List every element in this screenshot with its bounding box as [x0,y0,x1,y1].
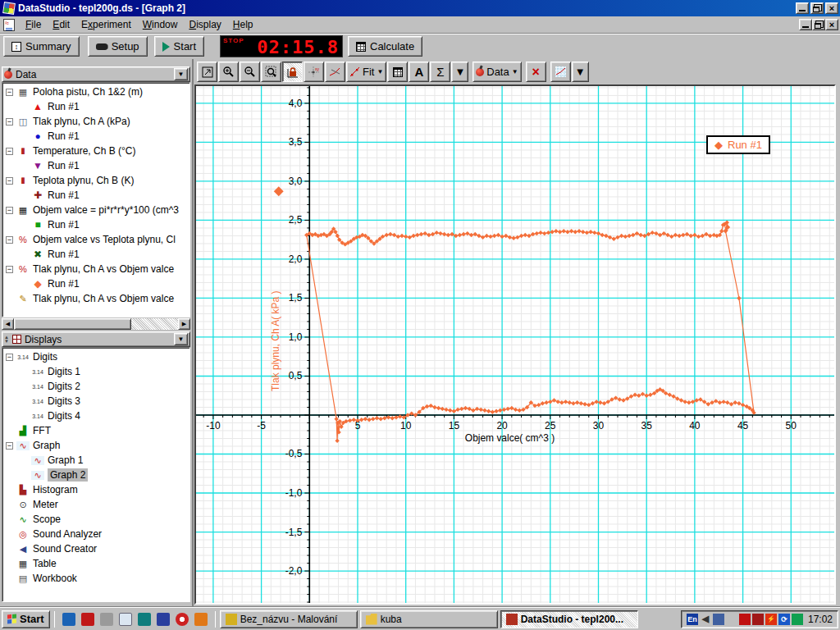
mdi-minimize-button[interactable] [799,19,812,30]
expand-box-icon[interactable]: − [6,236,13,244]
volume-tray-icon[interactable]: ◀ [700,614,711,625]
task-button[interactable]: kuba [360,610,498,628]
delete-icon[interactable]: × [526,62,546,82]
fit-menu-button[interactable]: Fit▼ [346,62,386,82]
summary-button[interactable]: ↕ Summary [3,36,80,57]
zoom-out-icon[interactable] [240,62,260,82]
sync-arrows-tray-icon[interactable]: ⟳ [778,614,790,625]
zoom-in-icon[interactable] [218,62,239,82]
display-item[interactable]: ▤Workbook [4,571,189,586]
messenger-tray-icon[interactable] [752,614,764,625]
statistics-sigma-icon[interactable]: Σ [430,62,450,82]
document-icon[interactable] [3,19,15,31]
display-item[interactable]: ▟FFT [4,423,189,438]
menu-file[interactable]: File [20,17,47,32]
graph-settings-dropdown-arrow[interactable]: ▼ [572,62,589,82]
plot-area[interactable]: -10-55101520253035404550-2,0-1,5-1,0-0,5… [194,84,836,605]
language-indicator[interactable]: En [687,614,698,625]
display-item[interactable]: −∿Graph [4,438,189,453]
display-item[interactable]: −3.14Digits [4,349,189,364]
data-item[interactable]: ✎Tlak plynu, Ch A vs Objem valce [4,291,189,306]
menu-edit[interactable]: Edit [47,17,75,32]
show-desktop-icon[interactable] [62,613,75,626]
scale-to-fit-icon[interactable] [197,62,217,82]
power-tray-icon[interactable]: ⚡ [765,614,777,625]
scroll-left-icon[interactable]: ◀ [2,318,14,330]
scheduler-tray-icon[interactable] [726,614,737,625]
mdi-restore-button[interactable] [812,19,825,30]
scrollbar-thumb[interactable] [14,318,131,330]
menu-help[interactable]: Help [227,17,259,32]
display-subitem[interactable]: 3.14Digits 1 [4,364,189,379]
expand-box-icon[interactable]: − [6,266,13,273]
text-annotation-icon[interactable]: A [409,62,429,82]
display-item[interactable]: ⊙Meter [4,497,189,512]
display-item[interactable]: ▙Histogram [4,482,189,497]
display-item[interactable]: ◎Sound Analyzer [4,527,189,541]
dragon-app-icon[interactable] [157,613,170,626]
paint-tool-icon[interactable] [119,613,132,626]
display-item[interactable]: ∿Scope [4,512,189,527]
task-button[interactable]: DataStudio - tepl200... [500,610,638,628]
statistics-dropdown-arrow[interactable]: ▼ [451,62,468,82]
start-button[interactable]: Start [154,36,204,57]
restore-button[interactable] [810,2,824,14]
start-menu-button[interactable]: Start [2,610,50,628]
data-item[interactable]: −▦Objem valce = pi*r*r*y*100 (cm^3 [4,203,189,217]
display-item[interactable]: ◀Sound Creator [4,541,189,556]
menu-display[interactable]: Display [183,17,226,32]
winamp-player-icon[interactable] [194,613,208,626]
setup-button[interactable]: Setup [88,36,148,57]
data-item[interactable]: −▮Teplota plynu, Ch B (K) [4,173,189,188]
slope-tool-icon[interactable] [325,62,345,82]
opera-browser-icon[interactable] [176,613,189,626]
system-tool-icon[interactable] [100,613,113,626]
mdi-close-button[interactable]: × [825,19,838,30]
data-panel-header[interactable]: Data ▼ [2,66,190,82]
acrobat-reader-icon[interactable] [81,613,94,626]
display-subitem[interactable]: 3.14Digits 4 [4,409,189,423]
legend[interactable]: ◆ Run #1 [706,135,770,154]
menu-window[interactable]: Window [137,17,184,32]
displays-panel-header[interactable]: ▲▼ Displays ▼ [2,331,190,347]
zoom-select-icon[interactable] [261,62,281,82]
data-tree-hscrollbar[interactable]: ◀ ▶ [2,318,190,330]
run-item[interactable]: ✚Run #1 [4,188,189,203]
minimize-button[interactable] [796,2,809,14]
display-item[interactable]: ▦Table [4,556,189,571]
expand-box-icon[interactable]: − [6,207,13,214]
expand-box-icon[interactable]: − [6,354,13,361]
graph-plot[interactable]: -10-55101520253035404550-2,0-1,5-1,0-0,5… [196,86,834,603]
expand-box-icon[interactable]: − [6,89,13,96]
run-item[interactable]: ▲Run #1 [4,99,189,114]
axis-lock-icon[interactable] [282,62,303,82]
splitter-grip-icon[interactable]: ▲▼ [4,336,9,344]
display-subitem[interactable]: 3.14Digits 2 [4,379,189,394]
run-item[interactable]: ■Run #1 [4,217,189,232]
expand-box-icon[interactable]: − [6,442,13,450]
close-button[interactable]: × [825,2,838,14]
expand-box-icon[interactable]: − [6,118,13,126]
run-item[interactable]: ◆Run #1 [4,276,189,291]
run-item[interactable]: ✖Run #1 [4,247,189,262]
expand-box-icon[interactable]: − [6,148,13,155]
display-subitem[interactable]: ∿Graph 1 [4,453,189,468]
display-subitem[interactable]: 3.14Digits 3 [4,394,189,409]
scroll-right-icon[interactable]: ▶ [178,318,190,330]
data-menu-button[interactable]: Data▼ [472,62,521,82]
handheld-device-icon[interactable] [138,613,151,626]
expand-box-icon[interactable]: − [6,177,13,185]
run-item[interactable]: ●Run #1 [4,129,189,144]
ati-control-tray-icon[interactable] [739,614,751,625]
data-item[interactable]: −▦Poloha pistu, Ch 1&2 (m) [4,84,189,99]
graph-calculator-icon[interactable] [387,62,408,82]
displays-panel-dropdown-arrow[interactable]: ▼ [174,333,188,345]
smart-tool-xy-icon[interactable]: xy [304,62,324,82]
calculate-button[interactable]: Calculate [348,36,422,57]
task-button[interactable]: Bez_názvu - Malování [220,610,358,628]
data-panel-dropdown-arrow[interactable]: ▼ [174,68,188,80]
run-item[interactable]: ▼Run #1 [4,158,189,173]
graph-settings-icon[interactable] [550,62,571,82]
data-item[interactable]: −▮Temperature, Ch B (°C) [4,144,189,158]
data-item[interactable]: −%Tlak plynu, Ch A vs Objem valce [4,262,189,276]
